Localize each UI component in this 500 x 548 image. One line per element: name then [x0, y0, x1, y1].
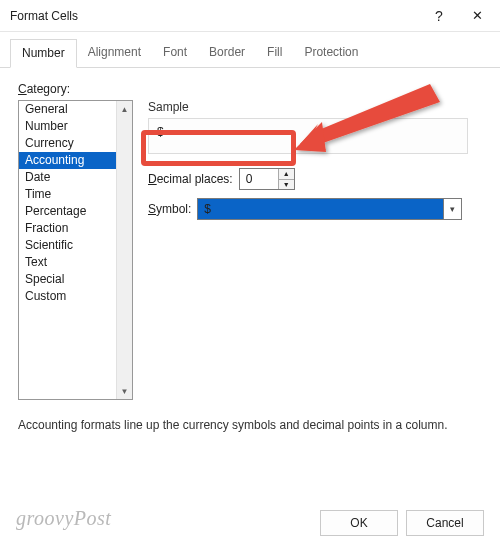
- decimal-places-label: Decimal places:: [148, 172, 233, 186]
- sample-box: $-: [148, 118, 468, 154]
- window-title: Format Cells: [10, 9, 420, 23]
- tab-protection[interactable]: Protection: [293, 39, 369, 68]
- ok-button[interactable]: OK: [320, 510, 398, 536]
- format-description: Accounting formats line up the currency …: [18, 418, 478, 432]
- symbol-row: Symbol: $ ▾: [148, 198, 482, 220]
- scroll-up-icon[interactable]: ▲: [117, 101, 132, 117]
- category-label: Category:: [18, 82, 482, 96]
- tab-strip: Number Alignment Font Border Fill Protec…: [0, 32, 500, 68]
- decimal-places-row: Decimal places: ▲ ▼: [148, 168, 482, 190]
- chevron-down-icon[interactable]: ▾: [443, 199, 461, 219]
- scroll-track[interactable]: [117, 117, 132, 383]
- decimal-places-spinner[interactable]: ▲ ▼: [239, 168, 295, 190]
- decimal-places-input[interactable]: [240, 169, 278, 189]
- close-button[interactable]: ✕: [458, 0, 496, 32]
- scroll-down-icon[interactable]: ▼: [117, 383, 132, 399]
- spinner-down-icon[interactable]: ▼: [279, 180, 294, 190]
- spinner-up-icon[interactable]: ▲: [279, 169, 294, 180]
- watermark: groovyPost: [16, 507, 111, 530]
- symbol-label: Symbol:: [148, 202, 191, 216]
- cancel-button[interactable]: Cancel: [406, 510, 484, 536]
- category-scrollbar[interactable]: ▲ ▼: [116, 101, 132, 399]
- tab-fill[interactable]: Fill: [256, 39, 293, 68]
- sample-label: Sample: [148, 100, 482, 114]
- category-listbox[interactable]: General Number Currency Accounting Date …: [18, 100, 133, 400]
- title-bar: Format Cells ? ✕: [0, 0, 500, 32]
- tab-alignment[interactable]: Alignment: [77, 39, 152, 68]
- sample-value: $-: [157, 125, 168, 139]
- symbol-dropdown[interactable]: $ ▾: [197, 198, 462, 220]
- tab-number[interactable]: Number: [10, 39, 77, 68]
- dialog-body: Category: General Number Currency Accoun…: [0, 68, 500, 220]
- symbol-value: $: [204, 202, 211, 216]
- help-button[interactable]: ?: [420, 0, 458, 32]
- dialog-buttons: OK Cancel: [320, 510, 484, 536]
- tab-border[interactable]: Border: [198, 39, 256, 68]
- spinner-buttons: ▲ ▼: [278, 169, 294, 189]
- options-panel: Sample $- Decimal places: ▲ ▼ Symbol: $ …: [148, 100, 482, 220]
- tab-font[interactable]: Font: [152, 39, 198, 68]
